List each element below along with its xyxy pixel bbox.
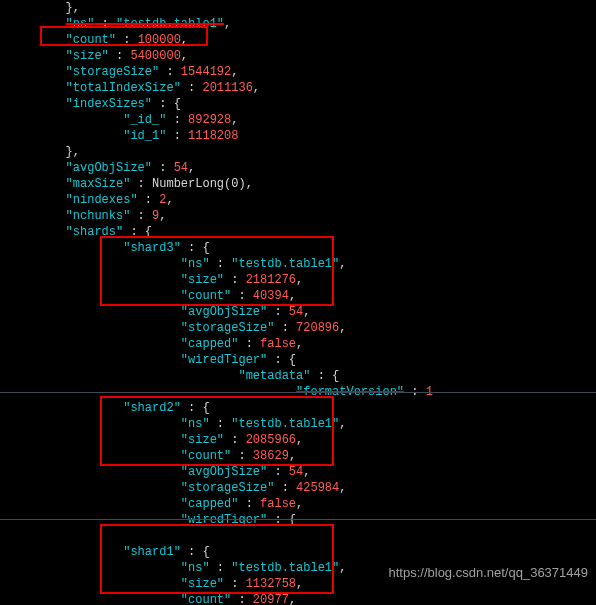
shard3-avg-value: 54 <box>289 305 303 319</box>
shard2-count-value: 38629 <box>253 449 289 463</box>
id1-index-value: 1118208 <box>188 129 238 143</box>
shard2-size-value: 2085966 <box>246 433 296 447</box>
id-index-value: 892928 <box>188 113 231 127</box>
shard3-ns-key: "ns" <box>181 257 210 271</box>
nchunks-key: "nchunks" <box>66 209 131 223</box>
shard1-ns-key: "ns" <box>181 561 210 575</box>
separator-line-1 <box>0 392 596 393</box>
shard3-wt-key: "wiredTiger" <box>181 353 267 367</box>
avg-obj-size-key: "avgObjSize" <box>66 161 152 175</box>
max-size-value: NumberLong(0) <box>152 177 246 191</box>
shard2-wt-key: "wiredTiger" <box>181 513 267 527</box>
shard1-count-key: "count" <box>181 593 231 605</box>
shard2-storage-key: "storageSize" <box>181 481 275 495</box>
shard3-capped-key: "capped" <box>181 337 239 351</box>
shard3-size-key: "size" <box>181 273 224 287</box>
total-index-size-key: "totalIndexSize" <box>66 81 181 95</box>
shard3-count-value: 40394 <box>253 289 289 303</box>
shard3-metadata-key: "metadata" <box>238 369 310 383</box>
shard3-capped-value: false <box>260 337 296 351</box>
shard1-key: "shard1" <box>123 545 181 559</box>
shard3-count-key: "count" <box>181 289 231 303</box>
shard2-ns-key: "ns" <box>181 417 210 431</box>
shard2-capped-key: "capped" <box>181 497 239 511</box>
ns-value: "testdb.table1" <box>116 17 224 31</box>
shard2-avg-key: "avgObjSize" <box>181 465 267 479</box>
shard2-key: "shard2" <box>123 401 181 415</box>
max-size-key: "maxSize" <box>66 177 131 191</box>
separator-line-2 <box>0 519 596 520</box>
shard1-ns-value: "testdb.table1" <box>231 561 339 575</box>
shard2-ns-value: "testdb.table1" <box>231 417 339 431</box>
json-output: }, "ns" : "testdb.table1", "count" : 100… <box>0 0 433 605</box>
shard1-size-value: 1132758 <box>246 577 296 591</box>
shard1-count-value: 20977 <box>253 593 289 605</box>
shards-key: "shards" <box>66 225 124 239</box>
shard3-storage-key: "storageSize" <box>181 321 275 335</box>
watermark: https://blog.csdn.net/qq_36371449 <box>389 565 589 581</box>
shard2-avg-value: 54 <box>289 465 303 479</box>
size-value: 5400000 <box>130 49 180 63</box>
id-index-key: "_id_" <box>123 113 166 127</box>
storage-size-value: 1544192 <box>181 65 231 79</box>
shard2-capped-value: false <box>260 497 296 511</box>
shard2-storage-value: 425984 <box>296 481 339 495</box>
ns-key: "ns" <box>66 17 95 31</box>
nindexes-key: "nindexes" <box>66 193 138 207</box>
shard3-size-value: 2181276 <box>246 273 296 287</box>
shard3-key: "shard3" <box>123 241 181 255</box>
close-brace: }, <box>66 1 80 15</box>
shard3-ns-value: "testdb.table1" <box>231 257 339 271</box>
shard2-size-key: "size" <box>181 433 224 447</box>
size-key: "size" <box>66 49 109 63</box>
shard3-avg-key: "avgObjSize" <box>181 305 267 319</box>
shard3-storage-value: 720896 <box>296 321 339 335</box>
count-key: "count" <box>66 33 116 47</box>
index-sizes-key: "indexSizes" <box>66 97 152 111</box>
total-index-size-value: 2011136 <box>202 81 252 95</box>
storage-size-key: "storageSize" <box>66 65 160 79</box>
count-value: 100000 <box>138 33 181 47</box>
shard1-size-key: "size" <box>181 577 224 591</box>
id1-index-key: "id_1" <box>123 129 166 143</box>
avg-obj-size-value: 54 <box>174 161 188 175</box>
shard2-count-key: "count" <box>181 449 231 463</box>
